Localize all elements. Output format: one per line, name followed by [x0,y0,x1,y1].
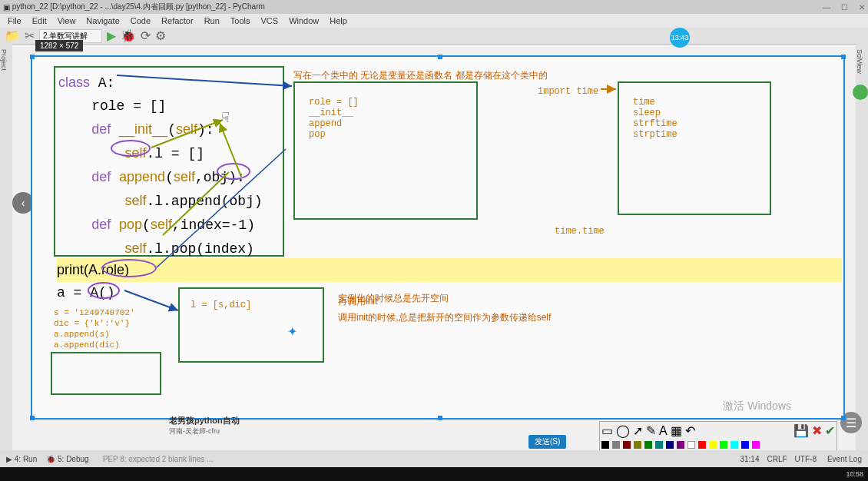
maximize-icon[interactable]: ☐ [841,3,848,12]
tool-confirm-icon[interactable]: ✔ [825,423,835,438]
code-print-line: print(A.role) [57,258,842,282]
debug-tool[interactable]: 🐞 5: Debug [46,455,88,463]
time-time-note: time.time [555,226,605,237]
color-swatch[interactable] [720,441,727,449]
folder-icon[interactable]: 📁 [5,28,20,43]
import-time-label: import time [538,86,598,97]
time-time: time [633,97,756,108]
drawing-toolbar: ▭ ◯ ➚ ✎ A ▦ ↶ 💾 ✖ ✔ [599,421,837,452]
tool-text-icon[interactable]: A [659,424,668,438]
circle-obj [217,163,250,180]
time-module-box: time sleep strftime strptime [618,81,771,215]
cross-icon: ✦ [287,324,297,339]
panel-sciview[interactable]: SciView [856,49,863,74]
instance-memory-box: l = [s,dic] ✦ [178,287,324,363]
instance-notes: 实例化的时候总是先开空间 再调用init 调用init的时候,总是把新开的空间作… [338,292,551,318]
windows-watermark: 激活 Windows [723,400,791,413]
menu-refactor[interactable]: Refactor [161,16,194,25]
empty-box [51,352,161,395]
class-code-box: class A: role = [] def __init__(self): s… [54,66,284,257]
color-swatch[interactable] [752,441,760,449]
color-swatch[interactable] [698,441,706,449]
color-swatch[interactable] [741,441,749,449]
green-chip-icon [853,85,868,100]
tool-undo-icon[interactable]: ↶ [685,423,695,438]
menu-tools[interactable]: Tools [230,16,250,25]
tool-rect-icon[interactable]: ▭ [601,423,613,438]
status-bar: ▶ 4: Run 🐞 5: Debug PEP 8: expected 2 bl… [0,450,868,467]
time-strptime: strptime [633,129,756,140]
color-swatch[interactable] [623,441,631,449]
color-swatch[interactable] [666,441,674,449]
annotation-canvas: class A: role = [] def __init__(self): s… [31,55,845,420]
title-bar: ▣ python_22 [D:\python_22 - ...\day25\4.… [0,0,868,14]
top-note: 写在一个类中的 无论是变量还是函数名 都是存储在这个类中的 [293,69,548,82]
close-icon[interactable]: ✕ [859,3,865,12]
menu-vcs[interactable]: VCS [261,16,279,25]
panel-project[interactable]: Project [0,49,8,71]
color-swatch[interactable] [677,441,684,449]
menu-file[interactable]: File [8,16,22,25]
run-icon[interactable]: ▶ [107,28,116,43]
menu-code[interactable]: Code [131,16,151,25]
stop-icon[interactable]: ⟳ [141,28,151,43]
sc-2: dic = {'k':'v'} [54,318,135,329]
tool-blur-icon[interactable]: ▦ [671,423,682,438]
run-tool[interactable]: ▶ 4: Run [6,455,37,463]
windows-taskbar: 10:58 [0,467,868,481]
time-strftime: strftime [633,118,756,129]
menu-navigate[interactable]: Navigate [86,16,119,25]
status-sep: CRLF [767,455,787,463]
color-swatch[interactable] [644,441,652,449]
main-toolbar: 📁 ✂ 2.单数写讲解 ▶ 🐞 ⟳ ⚙ [0,28,868,45]
mem-init: __init__ [309,108,462,118]
app-icon: ▣ [3,3,10,12]
circle-a-call [88,282,120,299]
tool-circle-icon[interactable]: ◯ [616,423,630,438]
clock: 10:58 [846,470,863,478]
chat-tooltip: 老男孩python自动 河南-吴老师-cfru [169,415,240,436]
right-tool-strip: SciView [856,43,868,450]
status-pos: 31:14 [740,455,759,463]
scissors-icon[interactable]: ✂ [25,28,35,43]
minimize-icon[interactable]: — [823,3,830,12]
send-button[interactable]: 发送(S) [528,435,566,449]
tooltip-sub: 河南-吴老师-cfru [169,426,240,436]
debug-icon[interactable]: 🐞 [121,28,136,43]
window-title: python_22 [D:\python_22 - ...\day25\4.内省… [12,2,265,12]
mem-pop: pop [309,129,462,140]
tool-cancel-icon[interactable]: ✖ [812,423,822,438]
note-2: 再调用init [338,295,551,308]
cursor-icon: ☟ [221,109,230,126]
menu-run[interactable]: Run [204,16,220,25]
status-hint: PEP 8: expected 2 blank lines ... [103,455,214,463]
color-swatch[interactable] [612,441,620,449]
event-log[interactable]: Event Log [827,455,862,463]
left-tool-strip: Project [0,43,12,450]
menu-view[interactable]: View [58,16,76,25]
color-swatch[interactable] [731,441,738,449]
color-swatch[interactable] [601,441,609,449]
color-swatch[interactable] [655,441,663,449]
circle-a-role [101,259,157,277]
status-enc: UTF-8 [795,455,817,463]
color-swatch[interactable] [709,441,717,449]
color-swatch[interactable] [634,441,641,449]
menu-edit[interactable]: Edit [32,16,47,25]
color-swatch[interactable] [687,441,695,449]
gear-icon[interactable]: ⚙ [155,28,166,43]
menu-window[interactable]: Window [289,16,319,25]
small-code-block: s = '1249740702' dic = {'k':'v'} a.appen… [54,307,135,350]
tool-save-icon[interactable]: 💾 [793,423,809,438]
color-palette [600,440,837,450]
sc-3: a.append(s) [54,329,135,340]
sc-4: a.append(dic) [54,340,135,350]
tool-arrow-icon[interactable]: ➚ [633,423,643,438]
sc-1: s = '1249740702' [54,307,135,318]
size-overlay: 1282 × 572 [35,40,83,51]
time-chip: 13:43 [670,28,690,48]
menu-help[interactable]: Help [330,16,347,25]
class-memory-box: role = [] __init__ append pop [293,81,478,220]
tool-pen-icon[interactable]: ✎ [646,423,656,438]
note-3: 调用init的时候,总是把新开的空间作为参数传递给self [338,311,551,324]
